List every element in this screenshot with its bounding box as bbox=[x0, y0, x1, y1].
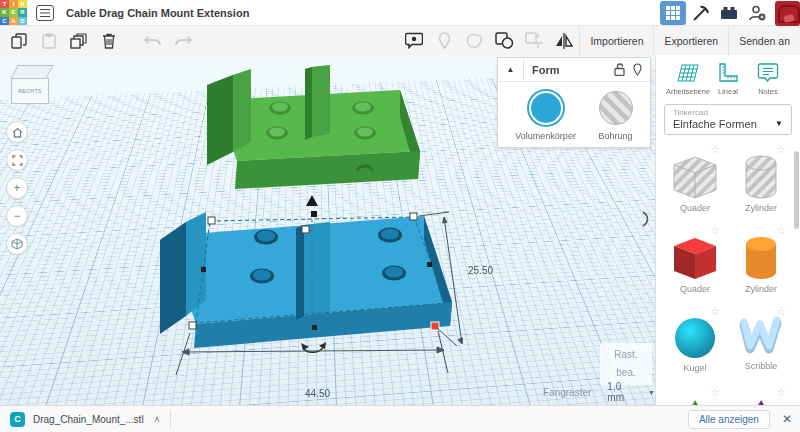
redo-button[interactable] bbox=[170, 29, 196, 53]
3d-viewport[interactable]: 25.50 44.50 RECHTS + − ▲ Form bbox=[0, 55, 655, 405]
ruler-tool[interactable]: Lineal bbox=[708, 61, 748, 96]
close-download-bar-icon[interactable]: ✕ bbox=[782, 412, 792, 426]
scale-handle[interactable] bbox=[208, 217, 215, 224]
zoom-in-button[interactable]: + bbox=[6, 177, 28, 199]
height-dimension-label[interactable]: 25.50 bbox=[468, 265, 493, 276]
dropdown-category: Tinkercad bbox=[673, 108, 783, 117]
edit-toolbar: Importieren Exportieren Senden an bbox=[0, 26, 800, 55]
menu-icon[interactable] bbox=[36, 5, 54, 21]
tinkercad-logo[interactable]: TINKERCAD bbox=[0, 0, 27, 26]
favorite-star-icon[interactable]: ☆ bbox=[710, 305, 720, 318]
export-button[interactable]: Exportieren bbox=[653, 26, 728, 55]
view-cube-front-face[interactable]: RECHTS bbox=[11, 78, 49, 104]
user-avatar[interactable] bbox=[775, 1, 800, 26]
show-all-downloads-button[interactable]: Alle anzeigen bbox=[688, 410, 770, 429]
pin-icon[interactable] bbox=[633, 63, 642, 76]
pickaxe-icon bbox=[692, 4, 710, 22]
send-to-button[interactable]: Senden an bbox=[728, 26, 800, 55]
green-bracket-model[interactable] bbox=[207, 65, 420, 189]
shape-gallery: ☆ Quader☆ Zylinder☆ Quader☆ Zylinder☆ Ku… bbox=[656, 139, 800, 405]
move-z-handle[interactable] bbox=[306, 195, 318, 206]
solid-label: Volumenkörper bbox=[515, 131, 576, 141]
workplane-tool[interactable]: Arbeitsebene bbox=[668, 61, 708, 96]
zoom-out-button[interactable]: − bbox=[6, 205, 28, 227]
copy-button[interactable] bbox=[6, 29, 32, 53]
solid-swatch[interactable] bbox=[529, 91, 563, 125]
shape-category-dropdown[interactable]: Tinkercad Einfache Formen ▼ bbox=[664, 104, 792, 135]
document-title: Cable Drag Chain Mount Extension bbox=[66, 7, 249, 19]
fit-view-button[interactable] bbox=[6, 149, 28, 171]
edge-handle[interactable] bbox=[201, 267, 206, 272]
edge-handle[interactable] bbox=[427, 262, 432, 267]
view-cube-top-face[interactable] bbox=[10, 65, 53, 79]
snap-grid-label: Fangraster bbox=[543, 387, 591, 398]
sidebar-scrollbar[interactable] bbox=[794, 151, 799, 229]
undo-button[interactable] bbox=[140, 29, 166, 53]
favorite-star-icon[interactable]: ☆ bbox=[710, 224, 720, 237]
download-caret-icon[interactable]: ∧ bbox=[154, 414, 161, 424]
shape-item-quader[interactable]: ☆ Quader bbox=[662, 222, 728, 301]
shape-item-scribble[interactable]: ☆ Scribble bbox=[728, 303, 794, 382]
view-cube[interactable]: RECHTS bbox=[10, 63, 56, 109]
edit-grid-button[interactable]: Rast. bea. bbox=[600, 343, 652, 385]
hole-label: Bohrung bbox=[599, 131, 633, 141]
hole-option[interactable]: Bohrung bbox=[599, 91, 633, 141]
shape-item-zylinder[interactable]: ☆ Zylinder bbox=[728, 141, 794, 220]
shape-item-pyramid[interactable]: ☆ bbox=[728, 384, 794, 405]
home-view-button[interactable] bbox=[6, 121, 28, 143]
chevron-down-icon: ▼ bbox=[775, 119, 783, 128]
workplane-icon bbox=[676, 61, 700, 85]
favorite-star-icon[interactable]: ☆ bbox=[776, 305, 786, 318]
import-button[interactable]: Importieren bbox=[579, 26, 653, 55]
notes-icon bbox=[756, 61, 780, 85]
logo-letter: K bbox=[0, 8, 9, 17]
duplicate-button[interactable] bbox=[66, 29, 92, 53]
shape-item-pyramid[interactable]: ☆ bbox=[662, 384, 728, 405]
paste-button[interactable] bbox=[36, 29, 62, 53]
ruler-label: Lineal bbox=[718, 87, 738, 96]
shape-generator-button[interactable] bbox=[461, 29, 487, 53]
scale-handle[interactable] bbox=[302, 226, 309, 233]
ungroup-button[interactable] bbox=[521, 29, 547, 53]
snap-caret-icon[interactable]: ▼ bbox=[648, 389, 655, 396]
shape-label: Kugel bbox=[683, 363, 706, 373]
notes-tool[interactable]: Notes bbox=[748, 61, 788, 96]
collapse-sidebar-chevron[interactable] bbox=[641, 210, 651, 228]
favorite-star-icon[interactable]: ☆ bbox=[776, 386, 786, 399]
unlock-icon[interactable] bbox=[614, 63, 625, 76]
favorite-star-icon[interactable]: ☆ bbox=[710, 386, 720, 399]
scale-handle[interactable] bbox=[189, 322, 196, 329]
share-user-button[interactable] bbox=[744, 1, 770, 25]
snap-grid-value[interactable]: 1,0 mm bbox=[607, 381, 640, 403]
shape-label: Zylinder bbox=[745, 203, 777, 213]
blocks-grid-button[interactable] bbox=[660, 1, 686, 25]
hole-swatch[interactable] bbox=[599, 91, 633, 125]
download-item[interactable]: C Drag_Chain_Mount_...stl ∧ bbox=[0, 406, 170, 432]
shape-item-kugel[interactable]: ☆ Kugel bbox=[662, 303, 728, 382]
workplane-pin-button[interactable] bbox=[431, 29, 457, 53]
brick-export-button[interactable] bbox=[716, 1, 742, 25]
collapse-panel-button[interactable]: ▲ bbox=[498, 58, 524, 82]
mirror-button[interactable] bbox=[551, 29, 577, 53]
edge-handle[interactable] bbox=[312, 325, 317, 330]
logo-letter: R bbox=[18, 8, 27, 17]
shape-label: Scribble bbox=[745, 361, 778, 371]
perspective-toggle-button[interactable] bbox=[6, 233, 28, 255]
app-header: TINKERCAD Cable Drag Chain Mount Extensi… bbox=[0, 0, 800, 26]
edit-grid-line1: Rast. bbox=[600, 346, 652, 364]
logo-letter: I bbox=[9, 0, 18, 8]
shape-item-quader[interactable]: ☆ Quader bbox=[662, 141, 728, 220]
scale-handle[interactable] bbox=[410, 213, 417, 220]
favorite-star-icon[interactable]: ☆ bbox=[776, 224, 786, 237]
minecraft-export-button[interactable] bbox=[688, 1, 714, 25]
show-all-button[interactable] bbox=[401, 29, 427, 53]
width-dimension-label[interactable]: 44.50 bbox=[305, 388, 330, 399]
favorite-star-icon[interactable]: ☆ bbox=[710, 143, 720, 156]
group-button[interactable] bbox=[491, 29, 517, 53]
shape-label: Quader bbox=[680, 284, 710, 294]
shape-item-zylinder[interactable]: ☆ Zylinder bbox=[728, 222, 794, 301]
notes-label: Notes bbox=[758, 87, 778, 96]
delete-button[interactable] bbox=[96, 29, 122, 53]
solid-option[interactable]: Volumenkörper bbox=[515, 91, 576, 141]
favorite-star-icon[interactable]: ☆ bbox=[776, 143, 786, 156]
